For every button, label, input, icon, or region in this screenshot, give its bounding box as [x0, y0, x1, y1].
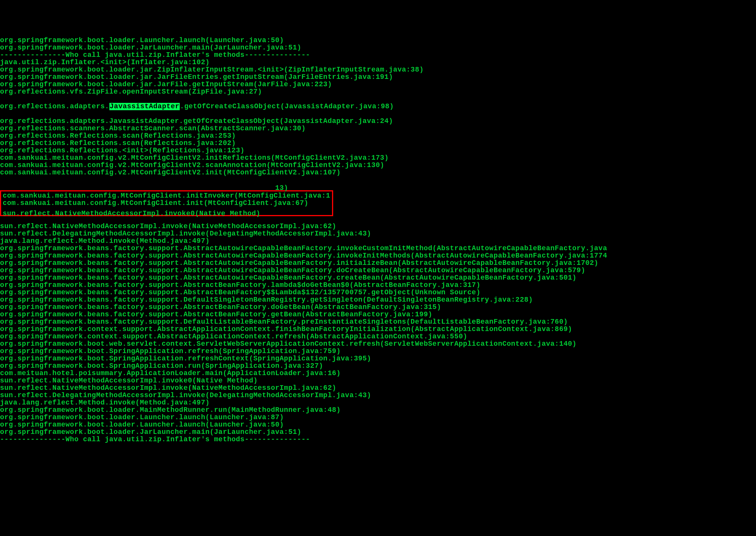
stack-trace-line: sun.reflect.DelegatingMethodAccessorImpl…: [0, 230, 756, 237]
stack-trace-line: org.springframework.beans.factory.suppor…: [0, 252, 756, 259]
stack-trace-line: org.springframework.beans.factory.suppor…: [0, 311, 756, 318]
stack-trace-line: com.sankuai.meituan.config.MtConfigClien…: [3, 192, 330, 200]
stack-trace-line: org.springframework.boot.SpringApplicati…: [0, 362, 756, 370]
stack-trace-line: org.springframework.boot.loader.MainMeth…: [0, 406, 756, 414]
stack-trace-line: org.springframework.boot.loader.jar.JarF…: [0, 73, 756, 81]
stack-trace-line: com.sankuai.meituan.config.v2.MtConfigCl…: [0, 162, 756, 169]
red-highlight-box: com.sankuai.meituan.config.MtConfigClien…: [0, 190, 333, 216]
stack-trace-line: sun.reflect.DelegatingMethodAccessorImpl…: [0, 392, 756, 399]
stack-trace-line: org.springframework.boot.loader.Launcher…: [0, 414, 756, 421]
stack-trace-line: org.springframework.boot.loader.Launcher…: [0, 421, 756, 428]
stack-trace-line: org.springframework.boot.loader.jar.JarF…: [0, 81, 756, 88]
stack-trace-line: org.springframework.beans.factory.suppor…: [0, 259, 756, 267]
stack-trace-line: org.springframework.beans.factory.suppor…: [0, 267, 756, 274]
stack-trace-line: com.sankuai.meituan.config.v2.MtConfigCl…: [0, 169, 756, 176]
stack-trace-line: org.reflections.Reflections.<init>(Refle…: [0, 147, 756, 154]
stack-trace-line: java.lang.reflect.Method.invoke(Method.j…: [0, 399, 756, 406]
stack-trace-line: org.reflections.adapters.JavassistAdapte…: [0, 103, 756, 110]
stack-trace-line: org.springframework.boot.SpringApplicati…: [0, 348, 756, 355]
stack-trace-line: org.springframework.boot.loader.jar.ZipI…: [0, 66, 756, 73]
stack-trace-line: org.springframework.beans.factory.suppor…: [0, 304, 756, 311]
stack-trace-line: java.lang.reflect.Method.invoke(Method.j…: [0, 237, 756, 245]
stack-trace-line: org.reflections.Reflections.scan(Reflect…: [0, 140, 756, 147]
stack-trace-line: java.util.zip.Inflater.<init>(Inflater.j…: [0, 59, 756, 66]
stack-trace-line: sun.reflect.NativeMethodAccessorImpl.inv…: [3, 210, 330, 217]
stack-trace-line: com.meituan.hotel.poisummary.Application…: [0, 370, 756, 377]
stack-trace-line: org.springframework.boot.loader.JarLaunc…: [0, 428, 756, 436]
stack-trace-line: org.springframework.boot.loader.Launcher…: [0, 37, 756, 44]
stack-trace-line: org.springframework.boot.web.servlet.con…: [0, 340, 756, 348]
stack-trace-line: org.springframework.context.support.Abst…: [0, 326, 756, 333]
stack-trace-line: org.springframework.beans.factory.suppor…: [0, 245, 756, 252]
terminal-output[interactable]: org.springframework.boot.loader.Launcher…: [0, 29, 756, 536]
stack-trace-line: sun.reflect.NativeMethodAccessorImpl.inv…: [0, 223, 756, 230]
stack-trace-line: sun.reflect.NativeMethodAccessorImpl.inv…: [0, 384, 756, 392]
stack-trace-line: org.springframework.beans.factory.suppor…: [0, 274, 756, 282]
stack-trace-line: org.springframework.boot.SpringApplicati…: [0, 355, 756, 362]
stack-trace-line: org.reflections.adapters.JavassistAdapte…: [0, 118, 756, 125]
highlighted-text: JavassistAdapter: [109, 103, 180, 110]
stack-trace-line: org.reflections.Reflections.scan(Reflect…: [0, 132, 756, 140]
stack-trace-line: org.springframework.beans.factory.suppor…: [0, 289, 756, 296]
stack-trace-line: org.reflections.vfs.ZipFile.openInputStr…: [0, 88, 756, 96]
stack-trace-line: ---------------Who call java.util.zip.In…: [0, 51, 756, 59]
stack-trace-line: com.sankuai.meituan.config.MtConfigClien…: [3, 200, 330, 207]
boxed-region-wrapper: com.sankuai.meituan.config.MtConfigClien…: [0, 184, 756, 215]
stack-trace-line: org.springframework.beans.factory.suppor…: [0, 318, 756, 326]
stack-trace-line: org.springframework.context.support.Abst…: [0, 333, 756, 340]
stack-trace-line: org.springframework.beans.factory.suppor…: [0, 282, 756, 289]
stack-trace-line: org.springframework.beans.factory.suppor…: [0, 296, 756, 304]
stack-trace-line: org.springframework.boot.loader.JarLaunc…: [0, 44, 756, 51]
stack-trace-line: sun.reflect.NativeMethodAccessorImpl.inv…: [0, 377, 756, 384]
overflow-text: 13): [275, 184, 288, 192]
stack-trace-line: ---------------Who call java.util.zip.In…: [0, 436, 756, 443]
stack-trace-line: com.sankuai.meituan.config.v2.MtConfigCl…: [0, 154, 756, 162]
stack-trace-line: org.reflections.scanners.AbstractScanner…: [0, 125, 756, 132]
